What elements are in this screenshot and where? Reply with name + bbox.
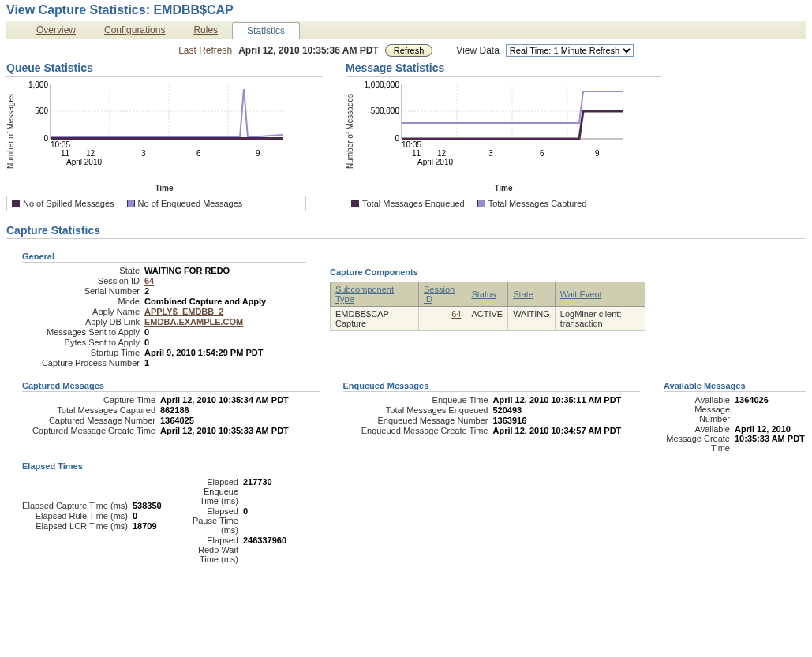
svg-text:1,000: 1,000 — [28, 80, 48, 89]
svg-text:3: 3 — [141, 149, 146, 158]
col-state[interactable]: State — [508, 282, 556, 307]
legend-spilled-label: No of Spilled Messages — [23, 199, 114, 208]
elapsed-redo-value: 246337960 — [243, 536, 286, 545]
avail-num-value: 1364026 — [735, 395, 769, 405]
mode-value: Combined Capture and Apply — [144, 297, 266, 306]
apply-name-label: Apply Name — [22, 307, 144, 316]
elapsed-rule-value: 0 — [133, 511, 137, 521]
cap-proc-value: 1 — [144, 358, 149, 368]
col-session-id[interactable]: Session ID — [419, 282, 466, 307]
captured-msgs-header: Captured Messages — [22, 381, 320, 392]
svg-text:April 2010: April 2010 — [66, 158, 102, 166]
tab-overview[interactable]: Overview — [22, 22, 90, 39]
capture-statistics-header: Capture Statistics — [6, 224, 806, 239]
svg-text:3: 3 — [488, 149, 493, 158]
col-subtype[interactable]: Subcomponent Type — [331, 282, 419, 307]
svg-text:12: 12 — [437, 149, 447, 158]
cell-subtype: EMDBB$CAP - Capture — [331, 307, 419, 331]
swatch-spilled — [12, 200, 20, 207]
message-statistics-block: Message Statistics Number of Messages 1,… — [346, 62, 661, 211]
svg-text:April 2010: April 2010 — [417, 158, 453, 166]
captured-create-time-label: Captured Message Create Time — [22, 426, 160, 435]
total-captured-label: Total Messages Captured — [22, 405, 160, 415]
enqueue-time-label: Enqueue Time — [343, 395, 493, 405]
elapsed-pause-label: Elapsed Pause Time (ms) — [188, 506, 243, 535]
elapsed-enqueue-label: Elapsed Enqueue Time (ms) — [188, 477, 243, 506]
captured-msg-num-value: 1364025 — [160, 416, 194, 425]
svg-text:12: 12 — [86, 149, 95, 158]
queue-stats-header: Queue Statistics — [6, 62, 322, 77]
svg-text:0: 0 — [395, 134, 399, 143]
message-chart: 1,000,000 500,000 0 10:35 11 12 3 6 — [354, 80, 661, 182]
page-title: View Capture Statistics: EMDBB$CAP — [6, 3, 806, 17]
serial-value: 2 — [144, 286, 149, 296]
apply-db-link[interactable]: EMDBA.EXAMPLE.COM — [144, 317, 243, 327]
svg-text:9: 9 — [595, 149, 600, 158]
startup-value: April 9, 2010 1:54:29 PM PDT — [144, 348, 263, 357]
last-refresh-label: Last Refresh — [178, 45, 232, 56]
swatch-total-captured — [477, 200, 485, 207]
tab-rules[interactable]: Rules — [179, 22, 232, 39]
session-id-link[interactable]: 64 — [144, 276, 154, 286]
queue-statistics-block: Queue Statistics Number of Messages 1,00… — [6, 62, 322, 211]
swatch-enqueued — [127, 200, 135, 207]
message-y-label: Number of Messages — [346, 80, 354, 182]
svg-text:11: 11 — [61, 149, 70, 158]
refresh-button[interactable]: Refresh — [385, 44, 433, 57]
svg-text:11: 11 — [412, 149, 421, 158]
capture-time-value: April 12, 2010 10:35:34 AM PDT — [160, 395, 289, 405]
bytes-sent-label: Bytes Sent to Apply — [22, 338, 144, 347]
enqueued-msg-num-label: Enqueued Message Number — [343, 416, 493, 425]
tab-configurations[interactable]: Configurations — [90, 22, 179, 39]
svg-text:1,000,000: 1,000,000 — [365, 80, 400, 89]
refresh-row: Last Refresh April 12, 2010 10:35:36 AM … — [6, 39, 806, 62]
apply-db-label: Apply DB Link — [22, 317, 144, 327]
bytes-sent-value: 0 — [144, 338, 149, 347]
elapsed-enqueue-value: 217730 — [243, 477, 272, 487]
legend-total-enqueued-label: Total Messages Enqueued — [362, 199, 465, 208]
avail-time-label: Available Message Create Time — [664, 424, 735, 453]
svg-text:6: 6 — [540, 149, 544, 158]
message-stats-header: Message Statistics — [346, 62, 661, 77]
svg-text:10:35: 10:35 — [51, 140, 70, 149]
capture-components-header: Capture Components — [330, 267, 645, 278]
queue-x-label: Time — [6, 184, 322, 192]
enqueued-create-time-label: Enqueued Message Create Time — [343, 426, 493, 435]
msgs-sent-value: 0 — [144, 327, 149, 337]
view-data-label: View Data — [456, 45, 499, 56]
captured-msg-num-label: Captured Message Number — [22, 416, 160, 425]
capture-time-label: Capture Time — [22, 395, 160, 405]
elapsed-rule-label: Elapsed Rule Time (ms) — [22, 511, 133, 521]
enqueued-create-time-value: April 12, 2010 10:34:57 AM PDT — [493, 426, 622, 435]
legend-enqueued-label: No of Enqueued Messages — [138, 199, 243, 208]
elapsed-pause-value: 0 — [243, 506, 248, 516]
enqueued-msgs-header: Enqueued Messages — [343, 381, 641, 392]
message-legend: Total Messages Enqueued Total Messages C… — [346, 196, 645, 211]
apply-name-link[interactable]: APPLY$_EMDBB_2 — [144, 307, 223, 316]
cell-session-id[interactable]: 64 — [419, 307, 466, 331]
session-id-label: Session ID — [22, 276, 144, 286]
total-enqueued-value: 520493 — [493, 405, 522, 415]
view-data-select[interactable]: Real Time: 1 Minute Refresh — [506, 44, 634, 57]
col-status[interactable]: Status — [466, 282, 508, 307]
svg-text:9: 9 — [256, 149, 260, 158]
enqueued-msg-num-value: 1363916 — [493, 416, 527, 425]
captured-create-time-value: April 12, 2010 10:35:33 AM PDT — [160, 426, 289, 435]
elapsed-capture-value: 538350 — [133, 501, 162, 510]
msgs-sent-label: Messages Sent to Apply — [22, 327, 144, 337]
startup-label: Startup Time — [22, 348, 144, 357]
avail-num-label: Available Message Number — [664, 395, 735, 424]
tab-statistics[interactable]: Statistics — [232, 22, 300, 39]
svg-text:6: 6 — [196, 149, 201, 158]
total-captured-value: 862186 — [160, 405, 189, 415]
enqueue-time-value: April 12, 2010 10:35:11 AM PDT — [493, 395, 622, 405]
queue-legend: No of Spilled Messages No of Enqueued Me… — [6, 196, 306, 211]
capture-components-table: Subcomponent Type Session ID Status Stat… — [330, 282, 645, 331]
elapsed-lcr-label: Elapsed LCR Time (ms) — [22, 521, 133, 531]
col-wait-event[interactable]: Wait Event — [555, 282, 645, 307]
state-value: WAITING FOR REDO — [144, 266, 230, 275]
queue-chart: 1,000 500 0 10:35 11 12 3 6 9 — [15, 80, 322, 182]
svg-text:0: 0 — [43, 134, 48, 143]
tab-bar: Overview Configurations Rules Statistics — [6, 21, 806, 39]
message-x-label: Time — [346, 184, 661, 192]
